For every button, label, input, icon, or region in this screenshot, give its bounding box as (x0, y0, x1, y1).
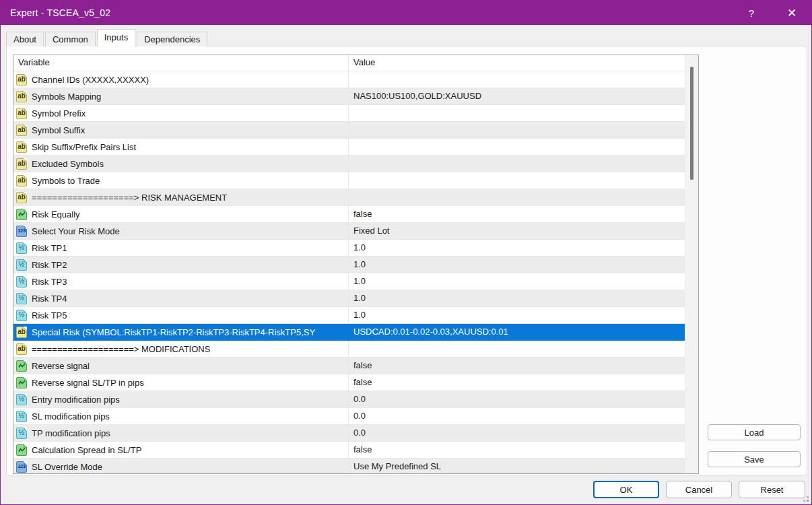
variable-cell: ab Symbols to Trade (13, 175, 348, 187)
value-cell[interactable]: false (348, 206, 698, 222)
value-cell[interactable]: 0.0 (348, 408, 698, 424)
value-cell[interactable]: false (348, 358, 698, 374)
table-row[interactable]: ab Symbol Suffix (13, 122, 698, 139)
table-row[interactable]: Reverse signal SL/TP in pips false (13, 374, 698, 391)
table-row[interactable]: 123 SL Override Mode Use My Predefined S… (13, 459, 698, 474)
value-cell[interactable]: USDCAD:0.01-0.02-0.03,XAUUSD:0.01 (348, 324, 698, 340)
variable-cell: ab Excluded Symbols (13, 158, 348, 170)
table-row[interactable]: ab Symbol Prefix (13, 105, 698, 122)
table-row[interactable]: ab Channel IDs (XXXXX,XXXXX) (13, 71, 698, 88)
table-row[interactable]: ab Symbols to Trade (13, 172, 698, 189)
resize-grip-icon[interactable] (802, 495, 809, 502)
close-button[interactable]: ✕ (776, 1, 807, 25)
reset-button[interactable]: Reset (739, 481, 805, 498)
variable-name: Risk TP2 (32, 260, 67, 270)
value-cell[interactable]: Use My Predefined SL (348, 459, 698, 474)
table-row[interactable]: ½ Risk TP2 1.0 (13, 257, 698, 273)
variable-name: Symbol Suffix (32, 125, 85, 135)
variable-name: Risk Equally (32, 209, 80, 220)
column-header-variable: Variable (13, 55, 348, 71)
variable-name: Symbols to Trade (32, 176, 100, 186)
variable-cell: ab Special Risk (SYMBOL:RiskTP1-RiskTP2-… (13, 327, 348, 338)
value-cell[interactable] (348, 156, 698, 172)
variable-cell: ½ Risk TP5 (13, 310, 348, 321)
bool-param-icon (16, 377, 27, 389)
tab-about[interactable]: About (6, 32, 44, 46)
value-cell[interactable]: 1.0 (348, 240, 698, 256)
variable-cell: 123 Select Your Risk Mode (13, 226, 348, 237)
close-icon: ✕ (787, 6, 797, 20)
table-row[interactable]: ab ====================> MODIFICATIONS (13, 341, 698, 358)
text-param-icon: ab (16, 158, 27, 170)
table-row[interactable]: ½ Entry modification pips 0.0 (13, 391, 698, 408)
value-cell[interactable] (348, 71, 698, 88)
value-cell[interactable]: 1.0 (348, 273, 698, 290)
window-title: Expert - TSCEA_v5_02 (10, 7, 110, 18)
table-row[interactable]: ½ Risk TP5 1.0 (13, 307, 698, 324)
variable-cell: ab ====================> MODIFICATIONS (13, 343, 348, 355)
variable-name: Symbol Prefix (32, 108, 86, 119)
variable-cell: ab Channel IDs (XXXXX,XXXXX) (13, 74, 348, 86)
table-row[interactable]: Calculation Spread in SL/TP false (13, 442, 698, 459)
variable-name: Symbols Mapping (32, 92, 101, 102)
titlebar[interactable]: Expert - TSCEA_v5_02 (1, 1, 811, 25)
table-row[interactable]: ½ Risk TP3 1.0 (13, 273, 698, 290)
table-row[interactable]: ab Skip Suffix/Prefix Pairs List (13, 139, 698, 156)
table-row[interactable]: ½ SL modification pips 0.0 (13, 408, 698, 425)
integer-param-icon: 123 (16, 461, 27, 473)
value-cell[interactable] (348, 139, 698, 155)
variable-cell: ab Skip Suffix/Prefix Pairs List (13, 141, 348, 153)
table-row[interactable]: ab ====================> RISK MANAGEMENT (13, 189, 698, 206)
column-header-value: Value (348, 55, 698, 71)
table-header: Variable Value (13, 55, 698, 71)
ok-button[interactable]: OK (593, 481, 659, 498)
save-button[interactable]: Save (708, 451, 801, 467)
value-cell[interactable]: false (348, 374, 698, 391)
table-row[interactable]: ½ Risk TP4 1.0 (13, 290, 698, 307)
text-param-icon: ab (16, 108, 27, 119)
inputs-table: Variable Value ab Channel IDs (XXXXX,XXX… (13, 55, 699, 474)
value-cell[interactable]: 1.0 (348, 290, 698, 306)
table-row[interactable]: ab Excluded Symbols (13, 156, 698, 172)
table-body: ab Channel IDs (XXXXX,XXXXX) ab Symbols … (13, 71, 698, 474)
value-cell[interactable]: NAS100:US100,GOLD:XAUUSD (348, 88, 698, 104)
value-cell[interactable]: 1.0 (348, 307, 698, 323)
help-button[interactable]: ? (736, 1, 767, 25)
variable-cell: ab Symbols Mapping (13, 91, 348, 102)
tab-strip: About Common Inputs Dependencies (6, 29, 209, 46)
vertical-scrollbar[interactable] (685, 55, 698, 473)
value-cell[interactable]: false (348, 442, 698, 458)
table-row[interactable]: ½ TP modification pips 0.0 (13, 425, 698, 442)
table-row[interactable]: ab Special Risk (SYMBOL:RiskTP1-RiskTP2-… (13, 324, 698, 341)
text-param-icon: ab (16, 91, 27, 102)
table-row[interactable]: ½ Risk TP1 1.0 (13, 240, 698, 257)
table-row[interactable]: Reverse signal false (13, 358, 698, 374)
value-cell[interactable] (348, 172, 698, 189)
variable-name: SL Override Mode (32, 462, 102, 472)
tab-inputs[interactable]: Inputs (97, 29, 135, 46)
variable-name: Calculation Spread in SL/TP (32, 445, 141, 455)
value-cell[interactable] (348, 105, 698, 121)
value-cell[interactable]: 0.0 (348, 391, 698, 407)
load-button[interactable]: Load (708, 424, 801, 440)
bool-param-icon (16, 209, 27, 220)
value-cell[interactable] (348, 189, 698, 205)
value-cell[interactable] (348, 122, 698, 138)
cancel-button[interactable]: Cancel (666, 481, 732, 498)
value-cell[interactable]: 1.0 (348, 257, 698, 273)
variable-name: Select Your Risk Mode (32, 226, 120, 236)
tab-common[interactable]: Common (45, 32, 96, 46)
variable-cell: ab Symbol Prefix (13, 108, 348, 119)
table-row[interactable]: 123 Select Your Risk Mode Fixed Lot (13, 223, 698, 240)
text-param-icon: ab (16, 74, 27, 86)
scrollbar-thumb[interactable] (690, 67, 693, 180)
decimal-param-icon: ½ (16, 242, 27, 254)
value-cell[interactable] (348, 341, 698, 357)
variable-cell: ½ Entry modification pips (13, 394, 348, 405)
value-cell[interactable]: 0.0 (348, 425, 698, 441)
table-row[interactable]: Risk Equally false (13, 206, 698, 223)
value-cell[interactable]: Fixed Lot (348, 223, 698, 239)
tab-dependencies[interactable]: Dependencies (137, 32, 207, 46)
variable-name: Entry modification pips (32, 395, 120, 405)
table-row[interactable]: ab Symbols Mapping NAS100:US100,GOLD:XAU… (13, 88, 698, 105)
